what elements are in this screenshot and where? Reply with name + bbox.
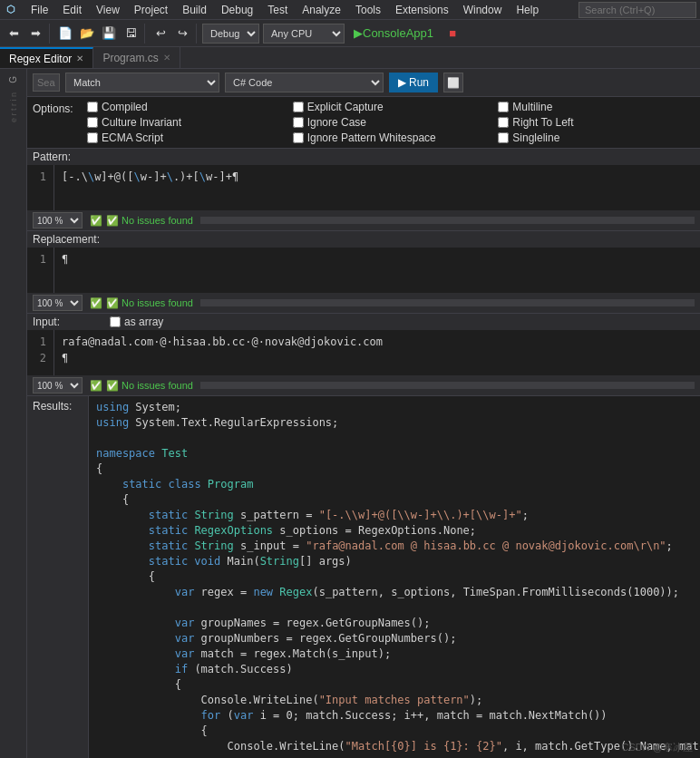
option-multiline[interactable]: Multiline — [498, 101, 695, 113]
option-ignore-whitespace[interactable]: Ignore Pattern Whitespace — [293, 131, 490, 144]
stop-button[interactable]: ■ — [442, 24, 462, 44]
as-array-checkbox[interactable] — [110, 316, 121, 327]
tab-regex-editor[interactable]: Regex Editor ✕ — [0, 47, 93, 68]
input-line-numbers: 12 — [27, 330, 54, 375]
tab-program-cs[interactable]: Program.cs ✕ — [93, 47, 180, 68]
explicit-capture-checkbox[interactable] — [293, 102, 304, 112]
menu-analyze[interactable]: Analyze — [295, 2, 348, 18]
replacement-scrollbar[interactable] — [200, 299, 695, 306]
pattern-footer: 100 % ✅ ✅ No issues found — [27, 210, 700, 230]
option-compiled[interactable]: Compiled — [87, 101, 284, 113]
pattern-ok-icon: ✅ — [90, 215, 102, 227]
option-ecma-script[interactable]: ECMA Script — [87, 131, 284, 144]
ignore-whitespace-checkbox[interactable] — [293, 132, 304, 143]
culture-invariant-checkbox[interactable] — [87, 117, 98, 128]
redo-button[interactable]: ↪ — [172, 24, 192, 44]
singleline-checkbox[interactable] — [498, 132, 509, 143]
input-scrollbar[interactable] — [200, 382, 695, 389]
results-section: Results: using System; using System.Text… — [27, 396, 700, 758]
options-label: Options: — [33, 102, 87, 115]
menu-extensions[interactable]: Extensions — [388, 2, 456, 18]
new-button[interactable]: 📄 — [55, 24, 75, 44]
regex-mode-select[interactable]: Match Replace Split — [65, 73, 219, 92]
global-search-input[interactable] — [578, 2, 696, 18]
platform-select[interactable]: Any CPU — [263, 24, 345, 44]
menu-debug[interactable]: Debug — [214, 2, 260, 18]
menu-help[interactable]: Help — [509, 2, 546, 18]
stop-regex-button[interactable]: ⬜ — [443, 73, 463, 92]
back-button[interactable]: ⬅ — [4, 24, 24, 44]
right-to-left-checkbox[interactable] — [498, 117, 509, 128]
tab-program-cs-label: Program.cs — [102, 52, 158, 64]
pattern-line-numbers: 1 — [27, 165, 54, 210]
run-button[interactable]: ▶ ConsoleApp1 — [348, 24, 439, 42]
menu-window[interactable]: Window — [456, 2, 510, 18]
menu-bar: ⬡ File Edit View Project Build Debug Tes… — [0, 0, 700, 20]
undo-button[interactable]: ↩ — [151, 24, 170, 44]
option-singleline[interactable]: Singleline — [498, 131, 695, 144]
forward-button[interactable]: ➡ — [25, 24, 45, 44]
replacement-zoom-select[interactable]: 100 % — [33, 295, 83, 311]
tab-regex-editor-close[interactable]: ✕ — [76, 53, 83, 63]
menu-view[interactable]: View — [89, 2, 127, 18]
sidebar-label-g: G — [6, 73, 20, 87]
ignore-case-checkbox[interactable] — [293, 117, 304, 128]
ecma-script-label: ECMA Script — [102, 131, 163, 144]
replacement-section: Replacement: 1 ¶ 100 % ✅ ✅ No issues fou… — [27, 231, 700, 314]
input-code[interactable]: rafa@nadal.com·@·hisaa.bb.cc·@·novak@djo… — [54, 330, 700, 375]
menu-file[interactable]: File — [24, 2, 55, 18]
pattern-label: Pattern: — [33, 151, 110, 163]
replacement-line-numbers: 1 — [27, 248, 54, 293]
pattern-status-text: ✅ No issues found — [106, 215, 193, 227]
compiled-checkbox[interactable] — [87, 102, 98, 112]
culture-invariant-label: Culture Invariant — [102, 116, 181, 129]
results-code[interactable]: using System; using System.Text.RegularE… — [89, 396, 700, 758]
replacement-code[interactable]: ¶ — [54, 248, 700, 293]
tab-program-cs-close[interactable]: ✕ — [163, 53, 170, 63]
menu-build[interactable]: Build — [175, 2, 214, 18]
option-right-to-left[interactable]: Right To Left — [498, 116, 695, 129]
compiled-label: Compiled — [102, 101, 148, 113]
option-ignore-case[interactable]: Ignore Case — [293, 116, 490, 129]
input-status: ✅ ✅ No issues found — [90, 380, 193, 392]
input-section: Input: as array 12 rafa@nadal.com·@·hisa… — [27, 314, 700, 396]
pattern-editor-body: 1 [-.\\w]+@([\w-]+\.)+[\w-]+¶ — [27, 165, 700, 210]
input-ok-icon: ✅ — [90, 380, 102, 392]
replacement-editor-body: 1 ¶ — [27, 248, 700, 293]
debug-config-select[interactable]: Debug — [202, 24, 259, 44]
run-regex-button[interactable]: ▶ Run — [389, 73, 438, 92]
tab-regex-editor-label: Regex Editor — [9, 53, 72, 65]
as-array-option[interactable]: as array — [110, 316, 163, 328]
search-input[interactable] — [33, 73, 60, 92]
pattern-scrollbar[interactable] — [200, 217, 695, 224]
multiline-label: Multiline — [512, 101, 552, 113]
input-label-row: Input: as array — [27, 314, 700, 330]
main-layout: G e r t r i n Match Replace Split C# Cod… — [0, 69, 700, 758]
right-to-left-label: Right To Left — [512, 116, 573, 129]
pattern-zoom-select[interactable]: 100 % — [33, 212, 83, 228]
menu-tools[interactable]: Tools — [348, 2, 388, 18]
language-select[interactable]: C# Code — [225, 73, 384, 92]
save-all-button[interactable]: 🖫 — [121, 24, 141, 44]
option-culture-invariant[interactable]: Culture Invariant — [87, 116, 284, 129]
ecma-script-checkbox[interactable] — [87, 132, 98, 143]
multiline-checkbox[interactable] — [498, 102, 509, 112]
input-zoom-select[interactable]: 100 % — [33, 377, 83, 394]
option-explicit-capture[interactable]: Explicit Capture — [293, 101, 490, 113]
as-array-label: as array — [124, 316, 163, 328]
pattern-status: ✅ ✅ No issues found — [90, 215, 193, 227]
toolbar: ⬅ ➡ 📄 📂 💾 🖫 ↩ ↪ Debug Any CPU ▶ ConsoleA… — [0, 20, 700, 47]
menu-edit[interactable]: Edit — [55, 2, 89, 18]
nav-toolbar-group: ⬅ ➡ — [4, 24, 50, 44]
save-button[interactable]: 💾 — [99, 24, 119, 44]
menu-test[interactable]: Test — [260, 2, 295, 18]
pattern-section: Pattern: 1 [-.\\w]+@([\w-]+\.)+[\w-]+¶ 1… — [27, 149, 700, 231]
run-regex-label: Run — [409, 76, 429, 89]
regex-top-row: Match Replace Split C# Code ▶ Run ⬜ — [27, 69, 700, 97]
run-regex-icon: ▶ — [398, 76, 406, 89]
open-button[interactable]: 📂 — [77, 24, 97, 44]
app-run-label: ConsoleApp1 — [363, 26, 433, 40]
menu-project[interactable]: Project — [127, 2, 175, 18]
pattern-code[interactable]: [-.\\w]+@([\w-]+\.)+[\w-]+¶ — [54, 165, 700, 210]
pattern-label-row: Pattern: — [27, 149, 700, 165]
